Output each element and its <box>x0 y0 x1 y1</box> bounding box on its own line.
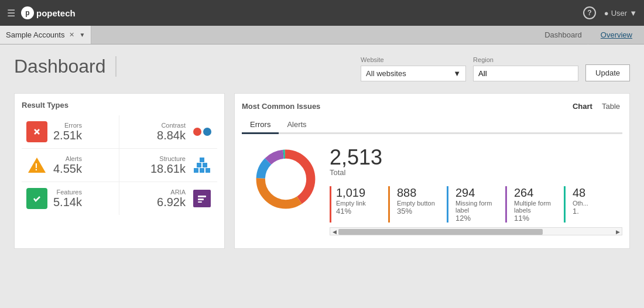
website-value: All websites <box>366 69 406 78</box>
tab-close-icon[interactable]: ✕ <box>69 31 74 39</box>
website-select[interactable]: All websites ▼ <box>361 66 466 81</box>
user-menu[interactable]: ● User ▼ <box>604 9 637 18</box>
contrast-info: Contrast 8.84k <box>157 122 186 142</box>
website-filter: Website All websites ▼ <box>361 56 466 81</box>
feature-icon <box>26 188 47 209</box>
features-info: Features 5.14k <box>53 189 82 209</box>
stat-empty-button: 888 Empty button 35% <box>388 186 447 223</box>
scroll-left-icon[interactable]: ◀ <box>330 228 338 235</box>
issues-tabs: Errors Alerts <box>242 117 622 134</box>
scrollbar-thumb[interactable] <box>338 229 543 235</box>
contrast-value: 8.84k <box>157 129 186 142</box>
tab-dropdown-icon[interactable]: ▼ <box>79 32 85 38</box>
tab-label: Sample Accounts <box>6 30 64 39</box>
stat-other-pct: 1. <box>573 207 615 215</box>
stat-multiple-form-value: 264 <box>514 186 557 200</box>
tab-errors[interactable]: Errors <box>242 117 279 134</box>
structure-value: 18.61k <box>150 162 186 176</box>
breadcrumb-arrow-icon <box>588 26 595 45</box>
tab-list: Sample Accounts ✕ ▼ <box>0 26 91 44</box>
chart-stats: 2,513 Total 1,019 Empty link 41% 888 Emp… <box>330 147 622 235</box>
result-types-title: Result Types <box>22 101 217 109</box>
error-icon <box>26 121 47 142</box>
aria-label: ARIA <box>170 189 186 196</box>
scroll-right-icon[interactable]: ▶ <box>614 228 622 235</box>
alerts-info: Alerts 4.55k <box>53 155 82 176</box>
stat-multiple-form: 264 Multiple form labels 11% <box>505 186 564 223</box>
aria-value: 6.92k <box>157 196 186 209</box>
stat-other-label: Oth... <box>573 200 615 207</box>
update-button[interactable]: Update <box>585 64 630 81</box>
stat-items: 1,019 Empty link 41% 888 Empty button 35… <box>330 186 622 223</box>
issues-title: Most Common Issues <box>242 102 320 111</box>
total-count: 2,513 <box>330 147 622 168</box>
stat-missing-form-label: Missing form label <box>455 200 498 214</box>
donut-chart <box>254 147 318 211</box>
top-nav: ☰ p popetech ? ● User ▼ <box>0 0 644 26</box>
nav-right: ? ● User ▼ <box>583 6 637 19</box>
table-view-button[interactable]: Table <box>600 101 622 112</box>
stat-empty-link-label: Empty link <box>336 200 381 207</box>
errors-value: 2.51k <box>53 129 82 142</box>
errors-info: Errors 2.51k <box>53 122 82 142</box>
svg-text:!: ! <box>35 162 37 172</box>
help-button[interactable]: ? <box>583 6 596 19</box>
result-errors[interactable]: Errors 2.51k <box>22 115 119 149</box>
svg-rect-8 <box>198 199 204 200</box>
view-toggle: Chart Table <box>570 101 622 112</box>
structure-info: Structure 18.61k <box>150 155 186 176</box>
features-label: Features <box>53 189 82 196</box>
user-label: User <box>611 9 627 18</box>
svg-rect-9 <box>198 201 202 203</box>
nav-left: ☰ p popetech <box>7 6 76 19</box>
website-label: Website <box>361 56 466 63</box>
hamburger-icon[interactable]: ☰ <box>7 8 15 19</box>
panels-row: Result Types Errors 2.51k <box>14 93 630 249</box>
result-alerts[interactable]: ! Alerts 4.55k <box>22 149 119 182</box>
stat-empty-button-value: 888 <box>397 186 440 200</box>
breadcrumb-dashboard[interactable]: Dashboard <box>539 26 588 45</box>
logo-circle: p <box>21 6 34 19</box>
svg-point-5 <box>32 193 42 204</box>
stat-empty-link: 1,019 Empty link 41% <box>330 186 388 223</box>
result-structure[interactable]: Structure 18.61k <box>119 149 217 182</box>
website-chevron-icon: ▼ <box>453 69 461 78</box>
structure-icon <box>191 155 213 176</box>
result-contrast[interactable]: Contrast 8.84k <box>119 115 217 149</box>
contrast-label: Contrast <box>161 122 186 129</box>
errors-label: Errors <box>53 122 82 129</box>
region-input[interactable] <box>473 66 578 81</box>
tab-alerts[interactable]: Alerts <box>279 117 314 134</box>
chart-view-button[interactable]: Chart <box>570 101 595 112</box>
dashboard-header: Dashboard Website All websites ▼ Region … <box>14 56 630 81</box>
result-features[interactable]: Features 5.14k <box>22 182 119 215</box>
stat-multiple-form-label: Multiple form labels <box>514 200 557 214</box>
stat-missing-form: 294 Missing form label 12% <box>447 186 505 223</box>
features-value: 5.14k <box>53 196 82 209</box>
sample-accounts-tab[interactable]: Sample Accounts ✕ ▼ <box>0 26 91 44</box>
scrollbar[interactable]: ◀ ▶ <box>330 227 622 235</box>
result-aria[interactable]: ARIA 6.92k <box>119 182 217 215</box>
contrast-icon <box>191 121 213 142</box>
stat-other: 48 Oth... 1. <box>564 186 622 223</box>
breadcrumb-overview[interactable]: Overview <box>595 26 638 45</box>
region-filter: Region <box>473 56 578 81</box>
result-grid: Errors 2.51k Contrast 8.84k <box>22 115 217 215</box>
tab-bar: Sample Accounts ✕ ▼ Dashboard Overview <box>0 26 644 45</box>
stat-other-value: 48 <box>573 186 615 200</box>
stat-empty-link-pct: 41% <box>336 207 381 215</box>
aria-info: ARIA 6.92k <box>157 189 186 209</box>
stat-empty-link-value: 1,019 <box>336 186 381 200</box>
stat-empty-button-pct: 35% <box>397 207 440 215</box>
total-label: Total <box>330 168 622 177</box>
alerts-label: Alerts <box>53 155 82 162</box>
user-icon: ● <box>604 9 609 18</box>
result-types-panel: Result Types Errors 2.51k <box>14 93 225 249</box>
alert-icon: ! <box>26 155 47 176</box>
stat-missing-form-value: 294 <box>455 186 498 200</box>
stat-multiple-form-pct: 11% <box>514 214 557 223</box>
user-chevron-icon: ▼ <box>629 9 637 18</box>
main-content: Dashboard Website All websites ▼ Region … <box>0 45 644 261</box>
stat-empty-button-label: Empty button <box>397 200 440 207</box>
breadcrumb: Dashboard Overview <box>539 26 644 44</box>
